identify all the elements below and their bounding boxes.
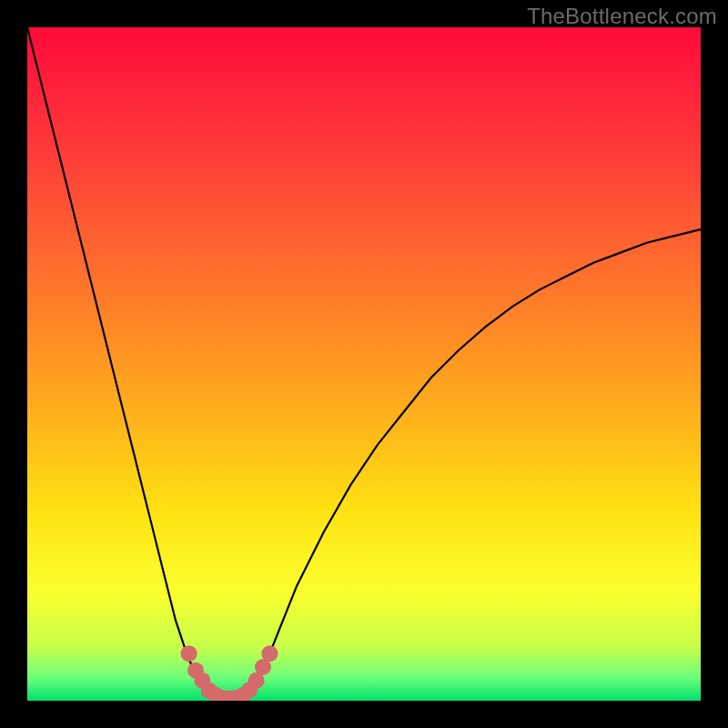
plot-area	[27, 27, 701, 701]
bottom-marker	[261, 645, 278, 662]
gradient-background	[27, 27, 701, 701]
watermark-label: TheBottleneck.com	[527, 4, 717, 29]
bottleneck-chart	[27, 27, 701, 701]
chart-frame: TheBottleneck.com	[0, 0, 728, 728]
bottom-marker	[181, 645, 197, 662]
